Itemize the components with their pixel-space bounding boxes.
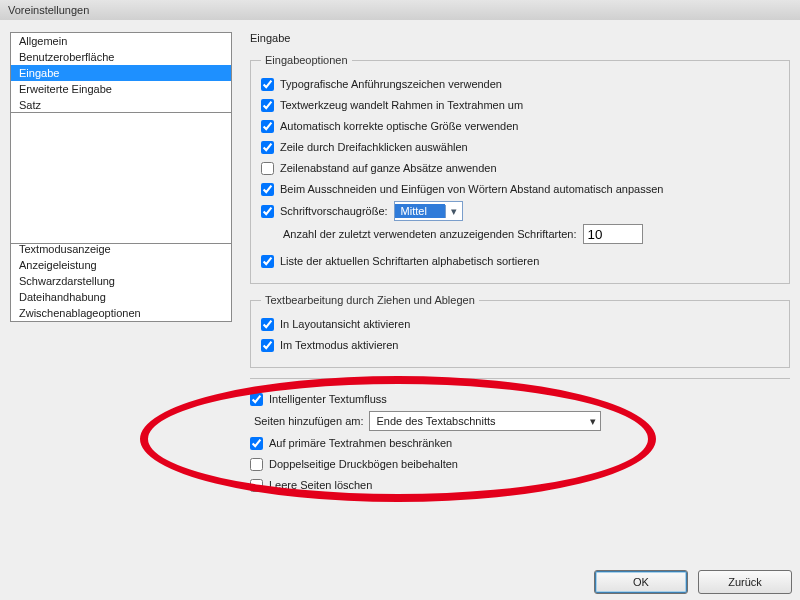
dialog-body: AllgemeinBenutzeroberflächeEingabeErweit… <box>0 20 800 600</box>
cancel-button[interactable]: Zurück <box>698 570 792 594</box>
select-seiten-hinzufuegen[interactable]: Ende des Textabschnitts ▾ <box>369 411 600 431</box>
lbl-liste-sortieren: Liste der aktuellen Schriftarten alphabe… <box>280 255 539 267</box>
preferences-window: Voreinstellungen AllgemeinBenutzeroberfl… <box>0 0 800 600</box>
chevron-down-icon: ▾ <box>445 205 462 218</box>
lbl-seiten-hinzufuegen: Seiten hinzufügen am: <box>254 415 363 427</box>
lbl-doppelseitig: Doppelseitige Druckbögen beibehalten <box>269 458 458 470</box>
lbl-textwerkzeug: Textwerkzeug wandelt Rahmen in Textrahme… <box>280 99 523 111</box>
chk-leere-seiten[interactable] <box>250 479 263 492</box>
lbl-layoutansicht: In Layoutansicht aktivieren <box>280 318 410 330</box>
select-schriftvorschau[interactable]: Mittel ▾ <box>394 201 463 221</box>
preview-box <box>10 112 232 244</box>
lbl-anzahl-schriftarten: Anzahl der zuletzt verwendeten anzuzeige… <box>283 228 577 240</box>
chk-layoutansicht[interactable] <box>261 318 274 331</box>
chk-doppelseitig[interactable] <box>250 458 263 471</box>
sidebar-item-14[interactable]: Anzeigeleistung <box>11 257 231 273</box>
titlebar: Voreinstellungen <box>0 0 800 21</box>
button-bar: OK Zurück <box>594 570 792 594</box>
lbl-intelligenter-textumfluss: Intelligenter Textumfluss <box>269 393 387 405</box>
group-eingabeoptionen: Eingabeoptionen Typografische Anführungs… <box>250 54 790 284</box>
lbl-typografische: Typografische Anführungszeichen verwende… <box>280 78 502 90</box>
sidebar-item-0[interactable]: Allgemein <box>11 33 231 49</box>
chk-textmodus[interactable] <box>261 339 274 352</box>
chk-intelligenter-textumfluss[interactable] <box>250 393 263 406</box>
chevron-down-icon: ▾ <box>586 415 600 428</box>
lbl-dreifachklick: Zeile durch Dreifachklicken auswählen <box>280 141 468 153</box>
sidebar-item-17[interactable]: Zwischenablageoptionen <box>11 305 231 321</box>
chk-zeilenabstand[interactable] <box>261 162 274 175</box>
sidebar-item-2[interactable]: Eingabe <box>11 65 231 81</box>
chk-schriftvorschau[interactable] <box>261 205 274 218</box>
lbl-leere-seiten: Leere Seiten löschen <box>269 479 372 491</box>
group-textbearbeitung: Textbearbeitung durch Ziehen und Ablegen… <box>250 294 790 368</box>
sidebar-item-16[interactable]: Dateihandhabung <box>11 289 231 305</box>
lbl-zeilenabstand: Zeilenabstand auf ganze Absätze anwenden <box>280 162 497 174</box>
chk-abstand-anpassen[interactable] <box>261 183 274 196</box>
window-title: Voreinstellungen <box>8 4 89 16</box>
chk-typografische[interactable] <box>261 78 274 91</box>
lbl-schriftvorschau: Schriftvorschaugröße: <box>280 205 388 217</box>
chk-autokorrekt[interactable] <box>261 120 274 133</box>
chk-liste-sortieren[interactable] <box>261 255 274 268</box>
chk-primaere-textrahmen[interactable] <box>250 437 263 450</box>
sidebar-item-1[interactable]: Benutzeroberfläche <box>11 49 231 65</box>
sidebar-item-3[interactable]: Erweiterte Eingabe <box>11 81 231 97</box>
page-title: Eingabe <box>250 32 790 44</box>
lbl-abstand-anpassen: Beim Ausschneiden und Einfügen von Wörte… <box>280 183 663 195</box>
dialog-content: AllgemeinBenutzeroberflächeEingabeErweit… <box>10 32 790 588</box>
legend-eingabeoptionen: Eingabeoptionen <box>261 54 352 66</box>
chk-textwerkzeug[interactable] <box>261 99 274 112</box>
input-anzahl-schriftarten[interactable] <box>583 224 643 244</box>
group-textumfluss: Intelligenter Textumfluss Seiten hinzufü… <box>250 378 790 497</box>
sidebar-item-15[interactable]: Schwarzdarstellung <box>11 273 231 289</box>
ok-button[interactable]: OK <box>594 570 688 594</box>
main-panel: Eingabe Eingabeoptionen Typografische An… <box>250 32 790 507</box>
legend-textbearbeitung: Textbearbeitung durch Ziehen und Ablegen <box>261 294 479 306</box>
chk-dreifachklick[interactable] <box>261 141 274 154</box>
lbl-textmodus: Im Textmodus aktivieren <box>280 339 398 351</box>
lbl-autokorrekt: Automatisch korrekte optische Größe verw… <box>280 120 518 132</box>
sidebar-item-4[interactable]: Satz <box>11 97 231 113</box>
select-seiten-value: Ende des Textabschnitts <box>370 414 585 428</box>
lbl-primaere-textrahmen: Auf primäre Textrahmen beschränken <box>269 437 452 449</box>
select-schriftvorschau-value: Mittel <box>395 204 445 218</box>
